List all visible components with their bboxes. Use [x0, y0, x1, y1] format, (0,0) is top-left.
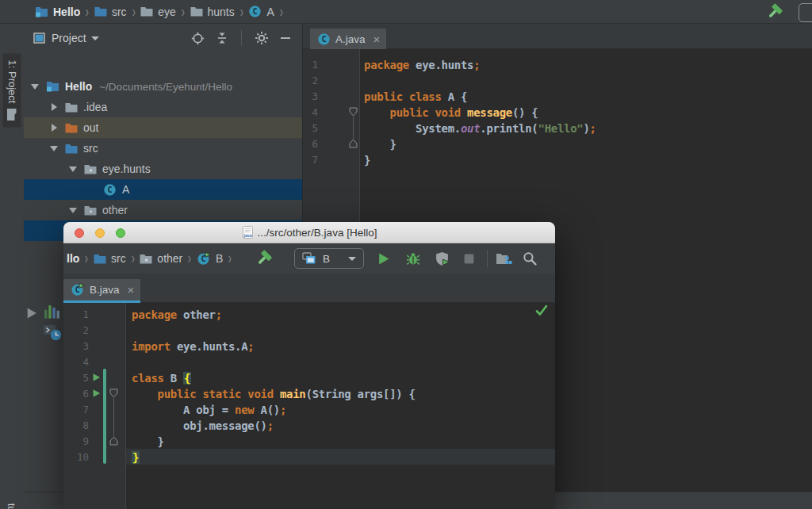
- line-number-4[interactable]: 4: [303, 106, 318, 118]
- tree-row-out[interactable]: out: [24, 117, 302, 138]
- expand-arrow-icon[interactable]: [52, 124, 57, 132]
- search-icon[interactable]: [523, 251, 537, 266]
- fw-breadcrumb-item-other[interactable]: other: [140, 252, 182, 265]
- breadcrumb-label: src: [111, 252, 126, 265]
- line-number-1[interactable]: 1: [63, 308, 89, 320]
- line-number-2[interactable]: 2: [63, 324, 89, 336]
- fold-start-icon[interactable]: [349, 107, 358, 117]
- breadcrumb-item-hello[interactable]: Hello: [35, 6, 80, 18]
- line-number-9[interactable]: 9: [63, 435, 89, 447]
- tool-window-button-project[interactable]: 1: Project: [3, 54, 21, 128]
- line-number-8[interactable]: 8: [63, 419, 89, 431]
- hide-icon[interactable]: [280, 33, 291, 44]
- close-tab-icon[interactable]: ×: [373, 33, 381, 45]
- expand-arrow-icon[interactable]: [52, 103, 57, 111]
- fold-start-icon[interactable]: [109, 388, 118, 398]
- code-segment: }: [364, 154, 370, 166]
- line-number-6[interactable]: 6: [303, 138, 318, 150]
- close-tab-icon[interactable]: ×: [128, 284, 135, 296]
- line-number-7[interactable]: 7: [303, 154, 318, 166]
- line-number-5[interactable]: 5: [63, 372, 89, 384]
- breadcrumb-item-a[interactable]: CA: [248, 5, 274, 18]
- line-number-10[interactable]: 10: [63, 451, 89, 463]
- chevron-down-icon[interactable]: [91, 36, 99, 40]
- minimize-button[interactable]: [95, 228, 105, 238]
- fw-breadcrumb-item-src[interactable]: src: [94, 252, 126, 265]
- cutoff-toolbar-widget[interactable]: [799, 3, 812, 22]
- code-line-3[interactable]: public class A {: [364, 89, 467, 105]
- breadcrumb-item-eye[interactable]: eye: [140, 6, 176, 18]
- close-button[interactable]: [75, 228, 84, 238]
- folder-gray-icon: [190, 6, 203, 17]
- editor-b-java[interactable]: 1package other;23import eye.hunts.A;45cl…: [63, 303, 555, 509]
- structure-icon[interactable]: [496, 252, 512, 266]
- code-line-5[interactable]: System.out.println("Hello");: [364, 121, 596, 136]
- play-gray-icon[interactable]: [25, 307, 37, 320]
- breadcrumb-separator-icon: ›: [239, 2, 243, 21]
- tree-row-src[interactable]: src: [24, 138, 302, 159]
- run-gutter-icon[interactable]: [92, 373, 101, 382]
- window-titlebar[interactable]: java .../src/other/B.java [Hello]: [63, 222, 555, 243]
- code-line-5[interactable]: class B {: [132, 370, 191, 386]
- collapse-arrow-icon[interactable]: [69, 208, 77, 213]
- collapse-all-icon[interactable]: [216, 32, 228, 44]
- coverage-icon[interactable]: [435, 251, 450, 266]
- collapse-arrow-icon[interactable]: [69, 166, 77, 172]
- package-icon: [84, 164, 97, 174]
- code-segment: }: [132, 435, 164, 448]
- code-line-8[interactable]: obj.message();: [132, 418, 274, 434]
- fold-end-icon[interactable]: [109, 436, 118, 446]
- tab-b-java[interactable]: C B.java ×: [63, 279, 140, 300]
- line-number-6[interactable]: 6: [63, 388, 89, 400]
- breadcrumb-item-hunts[interactable]: hunts: [190, 6, 235, 18]
- code-line-1[interactable]: package eye.hunts;: [364, 57, 480, 73]
- history-clock-icon[interactable]: [44, 323, 62, 341]
- line-number-4[interactable]: 4: [63, 356, 89, 368]
- collapse-arrow-icon[interactable]: [50, 146, 58, 151]
- inspections-ok-icon: [535, 304, 548, 316]
- fold-end-icon[interactable]: [349, 139, 358, 148]
- line-number-3[interactable]: 3: [63, 340, 89, 352]
- line-number-1[interactable]: 1: [303, 59, 318, 71]
- breadcrumb-item-src[interactable]: src: [94, 6, 127, 18]
- settings-icon[interactable]: [255, 31, 269, 45]
- run-gutter-icon[interactable]: [92, 388, 101, 398]
- code-line-7[interactable]: }: [364, 152, 370, 168]
- collapse-arrow-icon[interactable]: [31, 84, 39, 90]
- tree-row-a[interactable]: CA: [24, 179, 302, 200]
- fw-breadcrumb-item-b[interactable]: CB: [197, 252, 223, 266]
- stop-icon[interactable]: [463, 253, 475, 265]
- code-line-6[interactable]: }: [364, 136, 396, 152]
- line-number-3[interactable]: 3: [303, 90, 318, 102]
- zoom-button[interactable]: [116, 228, 125, 238]
- tool-window-button-structure[interactable]: ture: [2, 497, 21, 509]
- locate-icon[interactable]: [191, 32, 205, 45]
- build-hammer-icon[interactable]: [765, 2, 784, 21]
- tree-row-eye-hunts[interactable]: eye.hunts: [24, 159, 302, 179]
- code-segment: message: [467, 106, 512, 119]
- code-line-1[interactable]: package other;: [132, 307, 222, 323]
- debug-icon[interactable]: [406, 251, 420, 266]
- profiler-bars-icon[interactable]: [44, 304, 61, 321]
- code-line-3[interactable]: import eye.hunts.A;: [132, 339, 254, 354]
- line-number-5[interactable]: 5: [303, 122, 318, 134]
- tree-row-other[interactable]: other: [24, 200, 302, 220]
- line-number-2[interactable]: 2: [303, 75, 318, 86]
- code-line-9[interactable]: }: [132, 434, 164, 450]
- tab-a-java[interactable]: C A.java ×: [310, 29, 386, 49]
- code-segment: obj.message(): [132, 419, 267, 432]
- code-line-6[interactable]: public static void main(String args[]) {: [132, 386, 416, 402]
- project-panel-title[interactable]: Project: [52, 32, 86, 44]
- code-line-4[interactable]: public void message() {: [364, 105, 538, 121]
- build-hammer-icon[interactable]: [255, 249, 274, 268]
- line-number-7[interactable]: 7: [63, 404, 89, 415]
- run-icon[interactable]: [377, 252, 390, 266]
- class-icon: C: [248, 5, 262, 18]
- tree-row--idea[interactable]: .idea: [24, 97, 302, 117]
- code-line-10[interactable]: }: [132, 450, 140, 465]
- run-configuration-select[interactable]: B: [294, 248, 364, 269]
- code-line-7[interactable]: A obj = new A();: [132, 402, 286, 418]
- fw-breadcrumb-item-llo[interactable]: llo: [67, 252, 79, 265]
- folder-blue-icon: [94, 6, 107, 17]
- tree-row-hello[interactable]: Hello~/Documents/Eyehunt/Hello: [24, 76, 302, 97]
